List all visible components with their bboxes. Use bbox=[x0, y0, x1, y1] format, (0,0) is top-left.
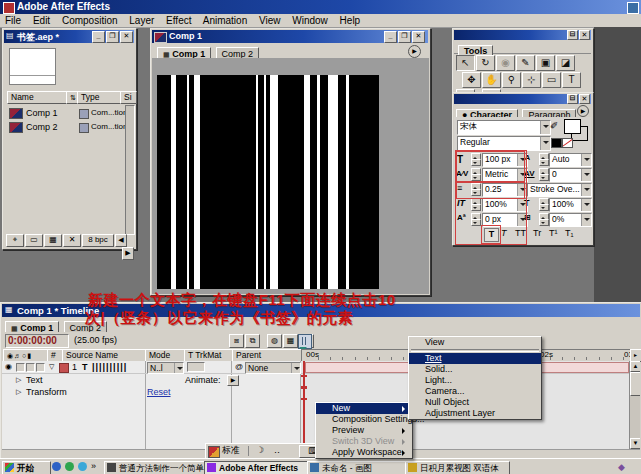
chevron-down-icon[interactable] bbox=[540, 121, 550, 134]
blend-mode-select[interactable]: N..l bbox=[147, 362, 184, 374]
label-color-chip[interactable] bbox=[59, 363, 69, 373]
twirl-icon[interactable]: ▷ bbox=[16, 374, 21, 386]
animate-menu-button[interactable]: ▶ bbox=[227, 375, 239, 386]
find-icon[interactable]: ⌖ bbox=[6, 234, 24, 247]
column-header-type[interactable]: Type bbox=[77, 91, 124, 104]
prop-label[interactable]: Text bbox=[26, 374, 43, 386]
trkmat-box[interactable] bbox=[187, 362, 205, 372]
small-caps-button[interactable]: Tr bbox=[533, 228, 541, 238]
quick-launch-icon[interactable] bbox=[65, 462, 74, 471]
fill-swatch[interactable] bbox=[564, 119, 581, 134]
close-button[interactable]: ✕ bbox=[120, 31, 133, 43]
prop-row-transform[interactable]: ▷ Transform Reset bbox=[2, 386, 640, 398]
prop-label[interactable]: Transform bbox=[26, 386, 67, 398]
rect-mask-tool[interactable]: ▭ bbox=[542, 72, 561, 88]
task-button-4[interactable]: 日积月累视图 双语体 bbox=[405, 461, 510, 474]
black-swatch[interactable] bbox=[551, 138, 562, 148]
menu-item-adjustment-layer[interactable]: Adjustment Layer bbox=[409, 408, 541, 419]
lock-switch[interactable] bbox=[36, 363, 45, 372]
moon-icon[interactable]: ☽ bbox=[256, 444, 264, 457]
reset-link[interactable]: Reset bbox=[147, 386, 171, 398]
menu-file[interactable]: File bbox=[5, 15, 21, 26]
folder-icon[interactable]: ▭ bbox=[25, 234, 43, 247]
minimize-button[interactable]: _ bbox=[384, 31, 397, 43]
twirl-icon[interactable]: ▷ bbox=[16, 386, 21, 398]
menu-item-new[interactable]: New bbox=[316, 403, 412, 414]
window-titlebar[interactable]: Adobe After Effects bbox=[0, 0, 641, 14]
comp-canvas[interactable] bbox=[157, 75, 379, 289]
comp-family-icon[interactable]: ⧈ bbox=[229, 334, 244, 348]
comp-flowchart-icon[interactable]: ⧉ bbox=[245, 334, 260, 348]
menu-item-view[interactable]: View bbox=[409, 337, 541, 348]
menu-item-camera[interactable]: Camera... bbox=[409, 386, 541, 397]
menu-item-text[interactable]: Text bbox=[409, 353, 541, 364]
close-button[interactable]: ✕ bbox=[579, 30, 590, 40]
scroll-down-icon[interactable]: ▼ bbox=[630, 438, 640, 449]
scroll-right-icon[interactable]: ▶ bbox=[122, 247, 134, 260]
project-scrollbar[interactable] bbox=[125, 105, 135, 235]
quick-launch-icon[interactable] bbox=[78, 462, 87, 471]
axis-mode-tool[interactable]: ⊹ bbox=[522, 72, 541, 88]
tools-titlebar[interactable]: ⊟ ✕ bbox=[454, 30, 591, 40]
project-row-comp1[interactable]: Comp 1 Com...tion bbox=[7, 107, 129, 120]
quick-launch-icon[interactable] bbox=[52, 462, 61, 471]
menu-layer[interactable]: Layer bbox=[129, 15, 154, 26]
bit-depth-button[interactable]: 8 bpc bbox=[82, 234, 114, 247]
type-tool[interactable]: T bbox=[562, 72, 581, 88]
tracking-select[interactable]: 0 bbox=[549, 168, 592, 182]
comp-viewport[interactable] bbox=[152, 58, 429, 294]
menu-item-composition-settings[interactable]: Composition Settings... bbox=[316, 414, 412, 425]
overflow-icon[interactable]: » bbox=[91, 462, 96, 471]
chevron-down-icon[interactable] bbox=[581, 169, 591, 181]
scroll-up-icon[interactable]: ▲ bbox=[630, 361, 640, 372]
close-button[interactable]: ✕ bbox=[579, 94, 590, 104]
task-button-paint[interactable]: 未命名 - 画图 bbox=[307, 461, 419, 474]
solo-switch[interactable] bbox=[26, 363, 35, 372]
collapse-button[interactable]: ⊟ bbox=[567, 30, 578, 40]
no-stroke-swatch[interactable] bbox=[562, 138, 573, 148]
tracking-stepper[interactable] bbox=[539, 168, 548, 180]
trash-icon[interactable]: ✕ bbox=[63, 234, 81, 247]
comp-titlebar[interactable]: Comp 1 _ ❐ ✕ bbox=[152, 30, 428, 43]
chevron-down-icon[interactable] bbox=[581, 154, 591, 166]
punctuation-icon[interactable]: ‥ bbox=[274, 444, 280, 457]
zoom-tool[interactable]: ⚲ bbox=[502, 72, 521, 88]
close-button[interactable]: ✕ bbox=[412, 31, 425, 43]
scroll-left-icon[interactable]: ◀ bbox=[115, 234, 127, 247]
systray-icon[interactable]: ◆ bbox=[618, 462, 625, 472]
ime-mode-label[interactable]: 标准 bbox=[222, 444, 240, 457]
chevron-down-icon[interactable] bbox=[581, 214, 591, 226]
layer-name[interactable]: |||||||||| bbox=[92, 361, 127, 373]
parent-select[interactable]: None bbox=[245, 362, 301, 374]
menu-item-switch-3d-view[interactable]: Switch 3D View bbox=[316, 436, 412, 447]
font-family-select[interactable]: 宋体 bbox=[457, 120, 551, 135]
eraser-tool[interactable]: ◪ bbox=[556, 55, 575, 71]
brush-tool[interactable]: ✎ bbox=[516, 55, 535, 71]
leading-select[interactable]: Auto bbox=[549, 153, 592, 167]
project-titlebar[interactable]: ▤ 书签.aep * _ ❐ ✕ bbox=[4, 30, 134, 43]
pan-behind-tool[interactable]: ✥ bbox=[462, 72, 481, 88]
window-controls[interactable] bbox=[627, 2, 639, 14]
chevron-down-icon[interactable] bbox=[291, 363, 300, 373]
hand-tool[interactable]: ✋ bbox=[482, 72, 501, 88]
hscale-stepper[interactable] bbox=[539, 198, 548, 210]
panel-menu-button[interactable]: ▶ bbox=[577, 105, 589, 117]
maximize-button[interactable]: ❐ bbox=[398, 31, 411, 43]
font-style-select[interactable]: Regular bbox=[457, 136, 551, 151]
menu-item-solid[interactable]: Solid... bbox=[409, 364, 541, 375]
menu-edit[interactable]: Edit bbox=[33, 15, 50, 26]
tsume-select[interactable]: 0% bbox=[549, 213, 592, 227]
column-header-name[interactable]: Name bbox=[7, 91, 70, 104]
start-button[interactable]: 开始 bbox=[2, 461, 51, 474]
chevron-down-icon[interactable] bbox=[174, 363, 183, 373]
ime-icon[interactable] bbox=[208, 446, 220, 458]
clone-stamp-tool[interactable]: ▣ bbox=[536, 55, 555, 71]
minimize-button[interactable]: _ bbox=[92, 31, 105, 43]
column-header-size[interactable]: Si bbox=[120, 91, 137, 104]
eyedropper-icon[interactable]: ✐ bbox=[550, 120, 558, 131]
maximize-button[interactable]: ❐ bbox=[106, 31, 119, 43]
chevron-down-icon[interactable] bbox=[581, 199, 591, 211]
panel-menu-button[interactable]: ▶ bbox=[408, 45, 421, 58]
menu-item-null-object[interactable]: Null Object bbox=[409, 397, 541, 408]
leading-stepper[interactable] bbox=[539, 153, 548, 165]
